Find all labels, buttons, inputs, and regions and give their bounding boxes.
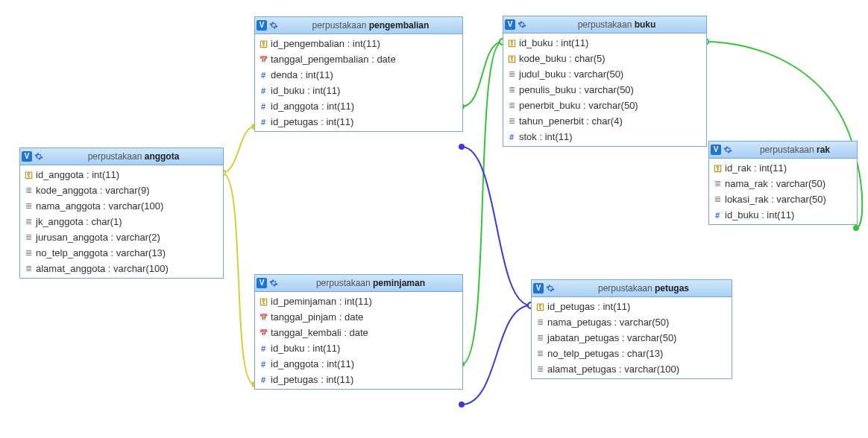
column-label: id_buku : int(11) xyxy=(271,343,340,354)
relation-line[interactable] xyxy=(222,127,254,173)
table-header[interactable]: Vperpustakaan anggota xyxy=(20,148,223,165)
collapse-icon[interactable]: V xyxy=(711,145,721,155)
column-row[interactable]: 📅tanggal_kembali : date xyxy=(255,325,462,340)
column-row[interactable]: ≣nama_rak : varchar(50) xyxy=(709,176,857,191)
table-title: perpustakaan rak xyxy=(736,145,854,155)
date-column-icon: 📅 xyxy=(258,54,268,65)
number-column-icon: # xyxy=(258,375,268,385)
table-title: perpustakaan pengembalian xyxy=(282,20,459,31)
column-row[interactable]: #id_anggota : int(11) xyxy=(255,98,462,114)
column-row[interactable]: ⚿id_pengembalian : int(11) xyxy=(255,36,462,51)
relation-line[interactable] xyxy=(462,305,531,404)
text-column-icon: ≣ xyxy=(23,248,34,258)
column-label: kode_anggota : varchar(9) xyxy=(36,185,149,196)
table-anggota[interactable]: Vperpustakaan anggota⚿id_anggota : int(1… xyxy=(19,147,224,279)
column-row[interactable]: #denda : int(11) xyxy=(255,67,462,83)
column-row[interactable]: #id_anggota : int(11) xyxy=(255,356,462,372)
primary-key-icon: ⚿ xyxy=(23,170,34,180)
column-row[interactable]: ⚿id_rak : int(11) xyxy=(709,160,857,176)
column-row[interactable]: ⚿id_buku : int(11) xyxy=(503,35,706,51)
column-row[interactable]: ⚿id_peminjaman : int(11) xyxy=(255,293,462,309)
column-row[interactable]: ≣kode_anggota : varchar(9) xyxy=(20,182,223,198)
table-header[interactable]: Vperpustakaan buku xyxy=(503,16,706,34)
gear-icon[interactable] xyxy=(268,278,279,288)
table-header[interactable]: Vperpustakaan rak xyxy=(709,142,857,159)
column-row[interactable]: ⚿id_petugas : int(11) xyxy=(532,299,732,314)
primary-key-icon: ⚿ xyxy=(258,39,268,49)
column-row[interactable]: #id_buku : int(11) xyxy=(255,83,462,98)
column-label: id_anggota : int(11) xyxy=(271,101,354,112)
date-column-icon: 📅 xyxy=(258,312,268,323)
schema-label: perpustakaan xyxy=(578,19,632,30)
column-label: judul_buku : varchar(50) xyxy=(519,69,623,80)
collapse-icon[interactable]: V xyxy=(533,283,544,293)
column-row[interactable]: ≣penerbit_buku : varchar(50) xyxy=(503,98,706,113)
relation-line[interactable] xyxy=(462,42,503,364)
column-row[interactable]: ≣jabatan_petugas : varchar(50) xyxy=(532,330,732,346)
column-row[interactable]: #id_buku : int(11) xyxy=(255,340,462,356)
column-row[interactable]: #id_petugas : int(11) xyxy=(255,372,462,387)
column-row[interactable]: #id_petugas : int(11) xyxy=(255,114,462,130)
column-label: tanggal_pinjam : date xyxy=(271,311,363,323)
table-header[interactable]: Vperpustakaan petugas xyxy=(532,280,732,297)
column-row[interactable]: ≣no_telp_anggota : varchar(13) xyxy=(20,245,223,261)
table-header[interactable]: Vperpustakaan peminjaman xyxy=(255,275,462,292)
column-row[interactable]: 📅tanggal_pinjam : date xyxy=(255,309,462,325)
relation-line[interactable] xyxy=(222,173,254,384)
table-rak[interactable]: Vperpustakaan rak⚿id_rak : int(11)≣nama_… xyxy=(708,141,858,225)
text-column-icon: ≣ xyxy=(712,194,723,205)
text-column-icon: ≣ xyxy=(506,69,517,80)
column-label: id_peminjaman : int(11) xyxy=(271,296,372,307)
table-title: perpustakaan petugas xyxy=(559,283,729,293)
column-row[interactable]: ≣nama_anggota : varchar(100) xyxy=(20,198,223,214)
column-row[interactable]: ≣tahun_penerbit : char(4) xyxy=(503,113,706,129)
relation-endpoint-dot-icon xyxy=(459,144,465,150)
collapse-icon[interactable]: V xyxy=(257,278,267,288)
collapse-icon[interactable]: V xyxy=(22,151,32,162)
column-row[interactable]: ≣nama_petugas : varchar(50) xyxy=(532,314,732,330)
relation-line[interactable] xyxy=(462,147,531,305)
column-list: ⚿id_buku : int(11)⚿kode_buku : char(5)≣j… xyxy=(503,34,706,146)
text-column-icon: ≣ xyxy=(23,217,34,227)
relation-line[interactable] xyxy=(462,42,503,107)
column-row[interactable]: ⚿id_anggota : int(11) xyxy=(20,167,223,182)
table-header[interactable]: Vperpustakaan pengembalian xyxy=(255,17,462,34)
gear-icon[interactable] xyxy=(34,151,44,162)
gear-icon[interactable] xyxy=(723,145,733,155)
column-list: ⚿id_pengembalian : int(11)📅tanggal_penge… xyxy=(255,34,462,131)
primary-key-icon: ⚿ xyxy=(535,302,545,312)
column-row[interactable]: ≣no_telp_petugas : char(13) xyxy=(532,346,732,361)
collapse-icon[interactable]: V xyxy=(257,20,267,31)
column-row[interactable]: 📅tanggal_pengembalian : date xyxy=(255,51,462,67)
column-label: lokasi_rak : varchar(50) xyxy=(725,194,826,205)
column-row[interactable]: ≣judul_buku : varchar(50) xyxy=(503,66,706,82)
table-name-label: anggota xyxy=(145,151,180,162)
column-row[interactable]: ≣lokasi_rak : varchar(50) xyxy=(709,191,857,207)
column-row[interactable]: #stok : int(11) xyxy=(503,129,706,145)
gear-icon[interactable] xyxy=(517,19,527,30)
column-row[interactable]: ≣penulis_buku : varchar(50) xyxy=(503,82,706,98)
column-label: nama_rak : varchar(50) xyxy=(725,178,825,189)
collapse-icon[interactable]: V xyxy=(505,19,515,30)
table-peminjaman[interactable]: Vperpustakaan peminjaman⚿id_peminjaman :… xyxy=(254,274,463,390)
column-label: id_petugas : int(11) xyxy=(271,374,353,385)
column-row[interactable]: ≣jurusan_anggota : varchar(2) xyxy=(20,229,223,245)
table-pengembalian[interactable]: Vperpustakaan pengembalian⚿id_pengembali… xyxy=(254,16,463,132)
gear-icon[interactable] xyxy=(545,283,556,293)
table-petugas[interactable]: Vperpustakaan petugas⚿id_petugas : int(1… xyxy=(531,279,732,379)
column-label: penulis_buku : varchar(50) xyxy=(519,84,634,95)
table-name-label: petugas xyxy=(655,283,689,293)
column-row[interactable]: ⚿kode_buku : char(5) xyxy=(503,51,706,66)
text-column-icon: ≣ xyxy=(23,264,34,274)
number-column-icon: # xyxy=(258,117,268,127)
gear-icon[interactable] xyxy=(268,20,279,31)
column-row[interactable]: ≣jk_anggota : char(1) xyxy=(20,214,223,229)
text-column-icon: ≣ xyxy=(506,85,517,95)
table-buku[interactable]: Vperpustakaan buku⚿id_buku : int(11)⚿kod… xyxy=(503,16,707,147)
column-row[interactable]: #id_buku : int(11) xyxy=(709,207,857,223)
erd-canvas: Vperpustakaan anggota⚿id_anggota : int(1… xyxy=(0,0,868,438)
column-label: alamat_petugas : varchar(100) xyxy=(547,364,679,375)
column-row[interactable]: ≣alamat_petugas : varchar(100) xyxy=(532,361,732,377)
number-column-icon: # xyxy=(506,132,517,142)
column-row[interactable]: ≣alamat_anggota : varchar(100) xyxy=(20,261,223,276)
